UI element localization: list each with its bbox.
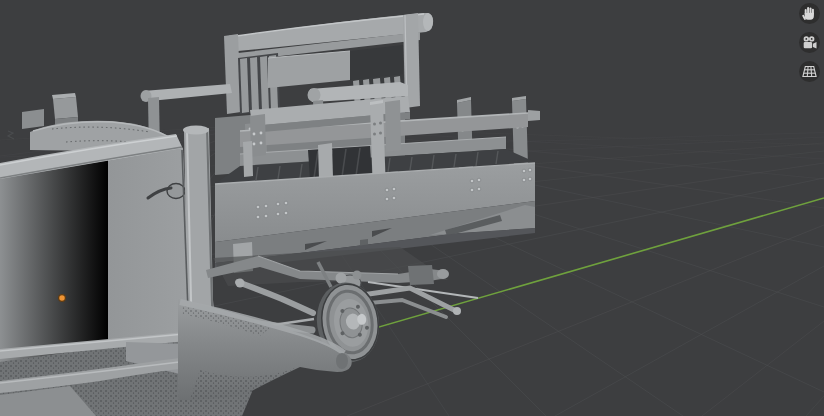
camera-view-button[interactable] [799,32,820,53]
object-origin-point[interactable] [59,295,66,302]
hand-icon [802,6,817,21]
viewport-gizmo-stack [799,3,820,82]
pan-view-button[interactable] [799,3,820,24]
truck-model[interactable] [0,13,540,416]
grid-icon [802,64,817,79]
viewport-scene [0,0,824,416]
orthographic-view-button[interactable] [799,61,820,82]
3d-viewport[interactable] [0,0,824,416]
camera-icon [802,35,817,50]
